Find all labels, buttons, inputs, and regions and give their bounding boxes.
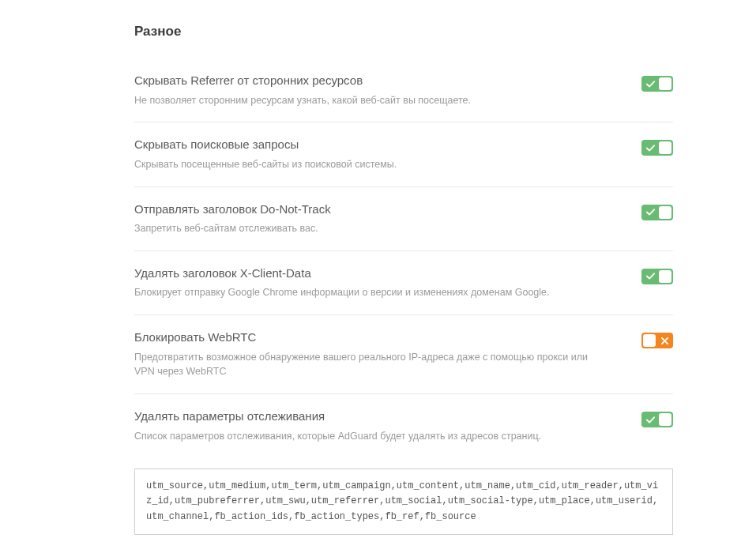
toggle-knob — [659, 206, 671, 219]
setting-block-webrtc: Блокировать WebRTC Предотвратить возможн… — [134, 315, 673, 394]
setting-text: Блокировать WebRTC Предотвратить возможн… — [134, 329, 641, 379]
settings-container: Разное Скрывать Referrer от сторонних ре… — [0, 24, 756, 535]
check-icon — [643, 141, 657, 155]
toggle-block-webrtc[interactable] — [641, 333, 673, 348]
setting-label: Скрывать Referrer от сторонних ресурсов — [134, 73, 610, 88]
setting-label: Отправлять заголовок Do-Not-Track — [134, 201, 610, 217]
setting-hide-referrer: Скрывать Referrer от сторонних ресурсов … — [134, 58, 673, 122]
toggle-tracking-params[interactable] — [641, 412, 673, 427]
toggle-knob — [659, 141, 671, 154]
tracking-params-textarea[interactable]: utm_source,utm_medium,utm_term,utm_campa… — [134, 469, 673, 535]
toggle-knob — [659, 270, 671, 283]
setting-label: Скрывать поисковые запросы — [134, 137, 610, 152]
toggle-knob — [643, 334, 656, 347]
setting-text: Отправлять заголовок Do-Not-Track Запрет… — [134, 201, 641, 236]
setting-desc: Блокирует отправку Google Chrome информа… — [134, 285, 610, 300]
setting-do-not-track: Отправлять заголовок Do-Not-Track Запрет… — [134, 187, 673, 251]
setting-text: Скрывать поисковые запросы Скрывать посе… — [134, 137, 641, 171]
check-icon — [643, 269, 657, 284]
setting-desc: Список параметров отслеживания, которые … — [134, 429, 610, 444]
setting-text: Скрывать Referrer от сторонних ресурсов … — [134, 73, 641, 107]
section-title: Разное — [134, 24, 673, 40]
x-icon — [657, 333, 671, 348]
setting-text: Удалять заголовок X-Client-Data Блокируе… — [134, 265, 641, 300]
check-icon — [643, 77, 657, 91]
setting-hide-search: Скрывать поисковые запросы Скрывать посе… — [134, 122, 673, 186]
setting-desc: Предотвратить возможное обнаружение ваше… — [134, 350, 610, 380]
setting-desc: Запретить веб-сайтам отслеживать вас. — [134, 221, 610, 236]
toggle-do-not-track[interactable] — [641, 205, 673, 220]
setting-desc: Не позволяет сторонним ресурсам узнать, … — [134, 93, 610, 108]
toggle-x-client-data[interactable] — [641, 269, 673, 284]
setting-label: Удалять заголовок X-Client-Data — [134, 265, 610, 281]
check-icon — [643, 412, 657, 427]
setting-tracking-params: Удалять параметры отслеживания Список па… — [134, 394, 673, 457]
setting-x-client-data: Удалять заголовок X-Client-Data Блокируе… — [134, 251, 673, 315]
toggle-knob — [659, 77, 671, 90]
setting-label: Удалять параметры отслеживания — [134, 408, 610, 424]
toggle-knob — [659, 413, 671, 426]
check-icon — [643, 205, 657, 220]
setting-text: Удалять параметры отслеживания Список па… — [134, 408, 641, 443]
setting-label: Блокировать WebRTC — [134, 329, 610, 345]
toggle-hide-search[interactable] — [641, 140, 673, 156]
toggle-hide-referrer[interactable] — [641, 76, 673, 92]
setting-desc: Скрывать посещенные веб-сайты из поисков… — [134, 157, 610, 172]
